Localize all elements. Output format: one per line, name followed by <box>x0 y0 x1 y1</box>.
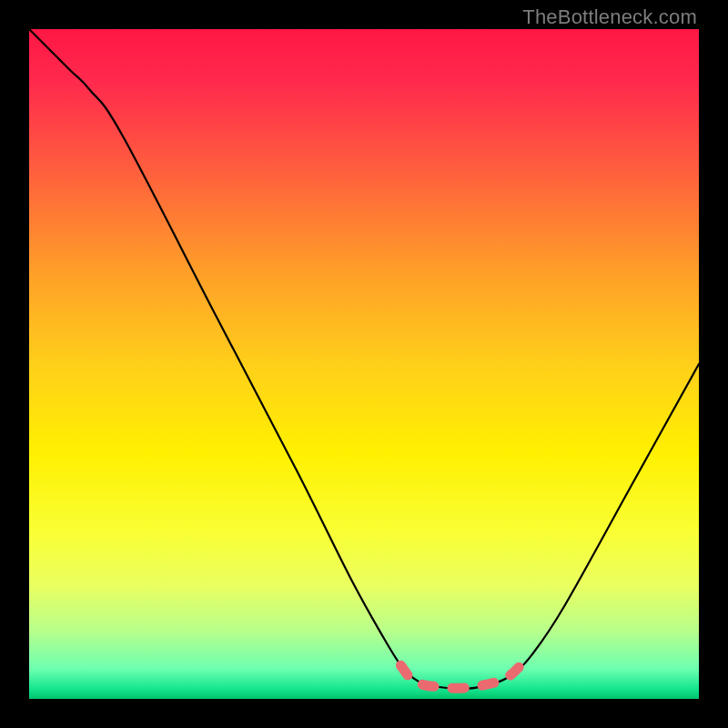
watermark-text: TheBottleneck.com <box>522 5 697 29</box>
plot-area <box>29 29 699 699</box>
curve-layer <box>29 29 699 699</box>
dashed-marker <box>400 660 526 689</box>
bottleneck-curve <box>29 29 699 689</box>
chart-frame: TheBottleneck.com <box>0 0 728 728</box>
